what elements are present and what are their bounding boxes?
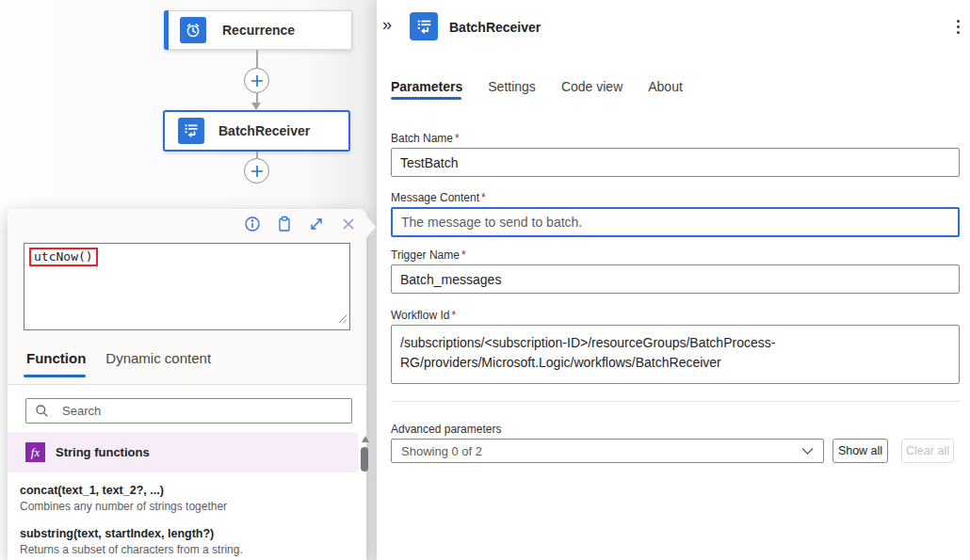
function-signature: substring(text, startIndex, length?) — [20, 527, 348, 540]
message-content-input[interactable]: The message to send to batch. — [391, 207, 960, 237]
close-icon[interactable] — [340, 216, 357, 232]
function-search-box[interactable] — [25, 398, 352, 424]
field-label-workflow-id: Workflow Id* — [391, 309, 456, 322]
batch-name-input[interactable]: TestBatch — [391, 148, 960, 177]
function-description: Combines any number of strings together — [20, 500, 348, 513]
tab-settings[interactable]: Settings — [488, 79, 536, 94]
batch-icon — [410, 12, 438, 40]
advanced-parameters-dropdown[interactable]: Showing 0 of 2 — [391, 439, 824, 463]
function-group-label: String functions — [56, 445, 150, 459]
clear-all-button-disabled[interactable]: Clear all — [901, 439, 954, 463]
function-description: Returns a subset of characters from a st… — [20, 543, 348, 556]
tab-code-view[interactable]: Code view — [561, 79, 622, 94]
show-all-button[interactable]: Show all — [833, 439, 888, 463]
edge-arrowhead — [251, 103, 261, 110]
search-input[interactable] — [60, 403, 351, 419]
kebab-menu-icon[interactable] — [955, 18, 962, 36]
function-group-string-functions[interactable]: fx String functions — [8, 432, 358, 472]
field-label-message-content: Message Content* — [391, 191, 486, 204]
tab-about[interactable]: About — [648, 79, 683, 94]
expression-editor-popup: utcNow() Function Dynamic content fx Str… — [8, 209, 366, 560]
edge-line — [256, 93, 258, 103]
expression-textarea[interactable]: utcNow() — [24, 243, 350, 330]
trigger-accent-bar — [164, 10, 169, 50]
paste-icon[interactable] — [276, 216, 293, 232]
tab-function[interactable]: Function — [26, 350, 86, 366]
function-item-concat[interactable]: concat(text_1, text_2?, ...) Combines an… — [20, 484, 348, 513]
info-icon[interactable] — [244, 216, 261, 232]
required-asterisk: * — [451, 309, 456, 322]
required-asterisk: * — [461, 248, 466, 262]
edge-line — [256, 152, 258, 158]
tab-parameters[interactable]: Parameters — [391, 79, 462, 94]
node-recurrence[interactable]: Recurrence — [164, 10, 352, 50]
resize-handle-icon[interactable] — [338, 311, 348, 328]
insert-step-plus-button[interactable] — [244, 158, 269, 184]
advanced-parameters-label: Advanced parameters — [391, 423, 501, 436]
dropdown-value: Showing 0 of 2 — [401, 444, 482, 458]
recurrence-clock-icon — [180, 17, 206, 43]
input-placeholder: The message to send to batch. — [401, 215, 582, 230]
active-tab-underline — [24, 375, 86, 377]
collapse-panel-icon[interactable]: » — [382, 15, 390, 35]
batch-icon — [178, 118, 204, 144]
input-value: Batch_messages — [400, 272, 501, 287]
expand-icon[interactable] — [308, 216, 325, 232]
search-icon — [35, 404, 49, 418]
scrollbar-up-arrow[interactable] — [362, 436, 369, 442]
fx-icon: fx — [25, 442, 45, 462]
section-divider — [391, 401, 960, 402]
popup-beak — [365, 215, 376, 239]
scrollbar-thumb[interactable] — [361, 447, 368, 472]
node-batchreceiver[interactable]: BatchReceiver — [163, 110, 350, 152]
required-asterisk: * — [455, 132, 460, 145]
function-item-substring[interactable]: substring(text, startIndex, length?) Ret… — [20, 527, 348, 556]
active-tab-underline — [391, 97, 461, 100]
node-label: BatchReceiver — [218, 123, 310, 138]
panel-title: BatchReceiver — [449, 20, 541, 35]
expression-token[interactable]: utcNow() — [29, 248, 98, 266]
input-value: TestBatch — [400, 155, 458, 170]
edge-line — [256, 50, 258, 68]
operation-details-panel: » BatchReceiver Parameters Settings Code… — [377, 0, 970, 560]
node-label: Recurrence — [222, 23, 295, 38]
insert-step-plus-button[interactable] — [244, 68, 269, 93]
function-signature: concat(text_1, text_2?, ...) — [20, 484, 348, 497]
required-asterisk: * — [481, 191, 486, 204]
workflow-id-input[interactable]: /subscriptions/<subscription-ID>/resourc… — [391, 325, 960, 384]
field-label-trigger-name: Trigger Name* — [391, 248, 466, 262]
chevron-down-icon — [801, 447, 814, 456]
trigger-name-input[interactable]: Batch_messages — [391, 264, 960, 294]
logic-apps-designer: Recurrence BatchReceiver — [0, 0, 970, 560]
input-value: /subscriptions/<subscription-ID>/resourc… — [400, 335, 775, 370]
field-label-batch-name: Batch Name* — [391, 132, 460, 145]
tab-dynamic-content[interactable]: Dynamic content — [105, 350, 211, 366]
